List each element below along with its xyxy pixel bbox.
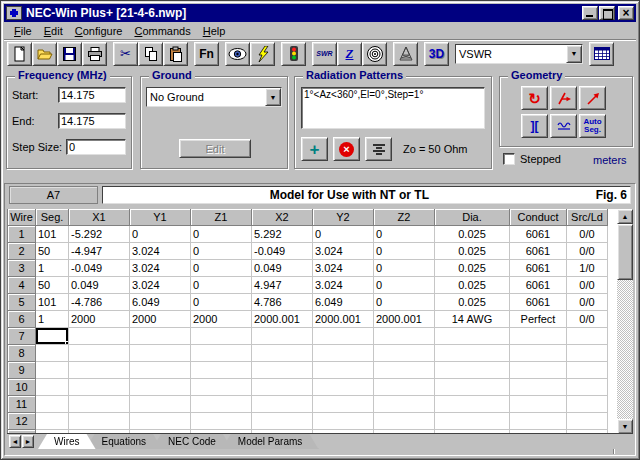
connect-wires-button[interactable]: ][	[521, 114, 548, 138]
cell[interactable]	[567, 413, 608, 430]
tab-model-params[interactable]: Model Params	[222, 434, 318, 449]
column-header[interactable]: Seg.	[36, 209, 69, 226]
end-frequency-field[interactable]	[58, 113, 126, 129]
cell[interactable]	[374, 413, 435, 430]
row-header[interactable]: 3	[8, 260, 36, 277]
cell[interactable]: 6061	[510, 277, 567, 294]
print-button[interactable]	[82, 42, 107, 66]
cell[interactable]	[191, 345, 252, 362]
traffic-light-button[interactable]	[281, 42, 306, 66]
cell[interactable]: 0/0	[567, 294, 608, 311]
cell[interactable]	[36, 396, 69, 413]
app-icon[interactable]	[6, 6, 22, 20]
tab-wires[interactable]: Wires	[38, 434, 96, 449]
cell[interactable]	[36, 379, 69, 396]
cell[interactable]	[313, 345, 374, 362]
row-header[interactable]: 1	[8, 226, 36, 243]
minimize-button[interactable]	[582, 6, 598, 20]
rotate-wire-button[interactable]: ↻	[521, 86, 548, 110]
cell[interactable]	[191, 328, 252, 345]
cell[interactable]: 2000.001	[313, 311, 374, 328]
cell[interactable]: 2000	[130, 311, 191, 328]
cell[interactable]	[510, 362, 567, 379]
column-header[interactable]: Z2	[374, 209, 435, 226]
delete-pattern-button[interactable]: ×	[333, 137, 360, 161]
cell[interactable]: 0.025	[435, 294, 510, 311]
add-pattern-button[interactable]: +	[301, 137, 328, 161]
cell[interactable]: 6061	[510, 226, 567, 243]
cell[interactable]: 0	[191, 243, 252, 260]
cell[interactable]: 0.049	[69, 277, 130, 294]
plot-type-combobox[interactable]: VSWR ▼	[455, 44, 583, 64]
cell[interactable]: -0.049	[69, 260, 130, 277]
cell[interactable]	[36, 362, 69, 379]
new-file-button[interactable]	[7, 42, 32, 66]
close-button[interactable]: ×	[618, 6, 634, 20]
cell[interactable]	[567, 396, 608, 413]
cell[interactable]	[435, 345, 510, 362]
cell[interactable]: 0	[374, 277, 435, 294]
cell[interactable]	[130, 379, 191, 396]
row-header[interactable]: 5	[8, 294, 36, 311]
cell[interactable]: 0	[374, 260, 435, 277]
cell[interactable]	[435, 362, 510, 379]
row-header[interactable]: 8	[8, 345, 36, 362]
cell[interactable]	[191, 379, 252, 396]
cell[interactable]: 1/0	[567, 260, 608, 277]
cell[interactable]: 3.024	[313, 260, 374, 277]
stepped-checkbox[interactable]	[503, 153, 515, 165]
fn-equation-button[interactable]: Fn	[194, 42, 219, 66]
cell[interactable]: 0	[191, 294, 252, 311]
row-header[interactable]: 10	[8, 379, 36, 396]
cell[interactable]	[130, 328, 191, 345]
cell[interactable]	[435, 413, 510, 430]
cell[interactable]	[435, 328, 510, 345]
cell[interactable]: 0	[374, 226, 435, 243]
cell[interactable]: 0	[191, 277, 252, 294]
cell[interactable]	[69, 345, 130, 362]
cell[interactable]	[69, 413, 130, 430]
cell[interactable]: -0.049	[252, 243, 313, 260]
menu-file[interactable]: File	[8, 24, 38, 38]
column-header[interactable]: Src/Ld	[567, 209, 608, 226]
cell[interactable]: 14 AWG	[435, 311, 510, 328]
chevron-down-icon[interactable]: ▼	[265, 88, 281, 106]
cell[interactable]: 1	[36, 260, 69, 277]
cell[interactable]: 6061	[510, 260, 567, 277]
cell[interactable]	[69, 362, 130, 379]
tab-scroll-right-icon[interactable]: ►	[22, 435, 34, 448]
cell[interactable]	[252, 362, 313, 379]
cell[interactable]	[313, 396, 374, 413]
cell[interactable]: Perfect	[510, 311, 567, 328]
scroll-down-icon[interactable]: ▼	[617, 419, 633, 434]
cell[interactable]	[69, 328, 130, 345]
cell[interactable]	[510, 396, 567, 413]
impedance-button[interactable]: Z	[337, 42, 362, 66]
start-frequency-field[interactable]	[58, 87, 126, 103]
cell[interactable]: 6.049	[130, 294, 191, 311]
cell[interactable]	[374, 396, 435, 413]
cell[interactable]	[567, 362, 608, 379]
cell[interactable]: 3.024	[313, 277, 374, 294]
wire-segments-button[interactable]	[550, 114, 577, 138]
ground-combobox[interactable]: No Ground ▼	[146, 87, 282, 107]
cell[interactable]: 2000	[191, 311, 252, 328]
cell[interactable]	[435, 396, 510, 413]
row-header[interactable]: 7	[8, 328, 36, 345]
cell[interactable]	[130, 362, 191, 379]
cell[interactable]: 2000	[69, 311, 130, 328]
cell[interactable]	[374, 345, 435, 362]
row-header[interactable]: 4	[8, 277, 36, 294]
cell[interactable]	[130, 345, 191, 362]
cell[interactable]	[252, 328, 313, 345]
row-header[interactable]: 6	[8, 311, 36, 328]
pattern-list-button[interactable]	[365, 137, 392, 161]
copy-button[interactable]	[138, 42, 163, 66]
horizontal-scrollbar[interactable]	[7, 449, 633, 454]
cell[interactable]: 0.025	[435, 277, 510, 294]
fill-handle[interactable]	[65, 341, 69, 345]
cell[interactable]	[374, 362, 435, 379]
cell[interactable]: 3.024	[130, 260, 191, 277]
translate-wire-button[interactable]	[550, 86, 577, 110]
chevron-down-icon[interactable]: ▼	[566, 45, 582, 63]
